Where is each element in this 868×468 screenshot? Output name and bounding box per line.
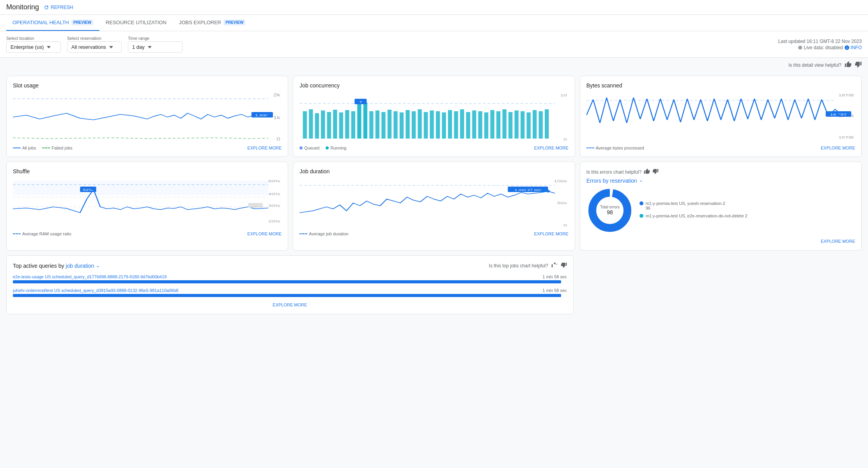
job-row-2: juhehr-orderrend/test US scheduled_query… — [13, 288, 567, 297]
svg-rect-50 — [545, 109, 549, 139]
location-select[interactable]: Enterprise (us) — [6, 41, 61, 53]
svg-rect-43 — [503, 109, 507, 139]
legend-line-avg-job-duration — [299, 233, 307, 234]
svg-text:10: 10 — [560, 93, 567, 97]
tab-resource-utilization[interactable]: RESOURCE UTILIZATION — [99, 15, 173, 31]
legend-dot-queued — [299, 146, 303, 149]
legend-avg-bytes: Average bytes processed — [586, 146, 644, 150]
errors-title-row: Errors by reservation — [586, 178, 855, 184]
last-updated-text: Last updated 16:11 GMT-8 22 Nov 2023 — [778, 39, 862, 44]
legend-label-queued: Queued — [304, 146, 319, 150]
errors-header: Is this errors chart helpful? — [586, 168, 855, 176]
job-concurrency-svg: 10 0 — [299, 92, 568, 142]
svg-rect-64 — [13, 181, 268, 195]
top-jobs-explore-more[interactable]: EXPLORE MORE — [273, 303, 307, 307]
live-dot-icon — [798, 46, 802, 50]
thumbs-up-button[interactable] — [845, 61, 852, 69]
time-range-select[interactable]: 1 day — [128, 41, 182, 53]
tab-operational-health[interactable]: OPERATIONAL HEALTH PREVIEW — [6, 15, 99, 31]
svg-rect-29 — [418, 109, 422, 139]
svg-text:...: ... — [253, 205, 257, 208]
errors-card: Is this errors chart helpful? Errors by … — [580, 162, 862, 251]
top-jobs-thumbs-up[interactable] — [551, 262, 558, 270]
job-link-1[interactable]: e2e-tests-usage US scheduled_query_d177b… — [13, 274, 167, 279]
live-data-text: Live data: disabled — [804, 45, 843, 50]
svg-text:1k: 1k — [273, 116, 281, 120]
top-jobs-dropdown-icon[interactable] — [96, 264, 100, 269]
errors-legend-item-2: m1:y-premia-test US, e2e-reservation-do-… — [639, 214, 748, 218]
slot-usage-title: Slot usage — [13, 82, 282, 89]
bytes-scanned-explore-more[interactable]: EXPLORE MORE — [821, 146, 855, 150]
slot-usage-explore-more[interactable]: EXPLORE MORE — [247, 146, 282, 150]
svg-rect-18 — [351, 111, 355, 139]
svg-text:20%: 20% — [268, 219, 280, 223]
refresh-button[interactable]: REFRESH — [44, 5, 73, 10]
top-jobs-sort-link[interactable]: job duration — [66, 263, 94, 269]
top-jobs-header: Top active queries by job duration Is th… — [13, 262, 567, 270]
refresh-icon — [44, 5, 49, 10]
thumbs-down-button[interactable] — [855, 61, 862, 69]
legend-avg-ram: Average RAM usage ratio — [13, 231, 71, 236]
reservation-label: Select reservation — [67, 36, 122, 41]
top-jobs-thumbs-down[interactable] — [561, 262, 567, 270]
svg-text:18TiB: 18TiB — [838, 93, 854, 97]
svg-text:7: 7 — [359, 100, 362, 104]
bottom-right-placeholder — [578, 255, 862, 314]
slot-usage-footer: All jobs Failed jobs EXPLORE MORE — [13, 146, 282, 150]
preview-badge-jobs: PREVIEW — [223, 20, 245, 25]
job-concurrency-explore-more[interactable]: EXPLORE MORE — [534, 146, 569, 150]
job-concurrency-title: Job concurrency — [299, 82, 568, 89]
errors-thumbs-down-button[interactable] — [652, 168, 659, 176]
svg-rect-13 — [321, 110, 325, 139]
svg-rect-34 — [448, 110, 452, 139]
svg-point-6 — [266, 115, 270, 117]
svg-rect-19 — [358, 101, 361, 139]
legend-label-all-jobs: All jobs — [22, 146, 36, 150]
svg-rect-39 — [478, 111, 482, 139]
errors-thumbs-up-button[interactable] — [644, 168, 650, 176]
info-button[interactable]: INFO — [844, 45, 862, 50]
errors-dot-1 — [639, 201, 643, 205]
errors-reservation-link[interactable]: reservation — [610, 178, 637, 184]
bytes-scanned-svg: 18TiB 16TiB 15TiB 18.95T — [586, 92, 855, 142]
job-duration-explore-more[interactable]: EXPLORE MORE — [534, 231, 569, 236]
bytes-scanned-chart: 18TiB 16TiB 15TiB 18.95T UTC-8 Nov 22 6:… — [586, 92, 855, 142]
svg-rect-46 — [521, 111, 524, 139]
legend-label-avg-ram: Average RAM usage ratio — [22, 231, 71, 236]
svg-rect-44 — [508, 112, 512, 139]
slot-usage-svg: 2k 1k 0 1.93K — [13, 92, 282, 142]
svg-text:2k: 2k — [273, 93, 281, 97]
svg-point-79 — [546, 190, 550, 192]
shuffle-explore-more[interactable]: EXPLORE MORE — [247, 231, 282, 236]
svg-rect-30 — [424, 112, 428, 139]
chart-row-1: Slot usage 2k 1k 0 1.93K — [6, 76, 862, 157]
top-jobs-card: Top active queries by job duration Is th… — [6, 255, 574, 314]
job-link-2[interactable]: juhehr-orderrend/test US scheduled_query… — [13, 288, 178, 293]
errors-footer: EXPLORE MORE — [586, 238, 855, 244]
errors-legend: m1:y-premia-test US, yuesh-reservation-2… — [639, 201, 748, 221]
tab-jobs-explorer[interactable]: JOBS EXPLORER PREVIEW — [173, 15, 252, 31]
top-jobs-helpful-label: Is this top jobs chart helpful? — [489, 263, 548, 269]
svg-rect-21 — [370, 111, 374, 139]
bytes-scanned-title: Bytes scanned — [586, 82, 855, 89]
location-value: Enterprise (us) — [11, 44, 44, 50]
legend-line-avg-bytes — [586, 148, 594, 148]
svg-rect-38 — [472, 110, 476, 139]
dashboard: Slot usage 2k 1k 0 1.93K — [0, 73, 868, 317]
errors-dropdown-icon[interactable] — [639, 179, 643, 183]
job-duration-chart: 100s 50s 0 1 min 27 sec UTC-8 Nov 22 6:0… — [299, 178, 568, 228]
svg-text:40%: 40% — [268, 192, 280, 196]
slot-usage-card: Slot usage 2k 1k 0 1.93K — [6, 76, 288, 157]
errors-legend-item-1: m1:y-premia-test US, yuesh-reservation-2… — [639, 201, 748, 210]
top-jobs-title: Top active queries by — [13, 263, 66, 269]
job-duration-legend: Average job duration — [299, 231, 348, 236]
errors-donut-section: Total errors 98 m1:y-premia-test US, yue… — [586, 187, 855, 235]
job-label-2: juhehr-orderrend/test US scheduled_query… — [13, 288, 567, 293]
donut-svg: Total errors 98 — [586, 187, 633, 234]
job-concurrency-legend: Queued Running — [299, 146, 346, 150]
slot-usage-legend: All jobs Failed jobs — [13, 146, 73, 150]
job-duration-title: Job duration — [299, 168, 568, 174]
svg-rect-14 — [327, 112, 331, 139]
reservation-select[interactable]: All reservations — [67, 41, 122, 53]
errors-explore-more[interactable]: EXPLORE MORE — [821, 239, 855, 244]
